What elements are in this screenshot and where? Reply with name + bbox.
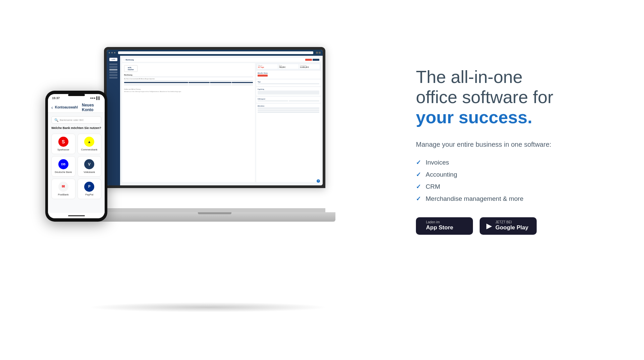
googleplay-button[interactable]: ▶ JETZT BEI Google Play bbox=[480, 217, 537, 235]
phone-device: 15:37 ●●● ▌▌ ‹ Kontoauswahl Neues Konto … bbox=[45, 91, 107, 222]
feature-item-accounting: ✓ Accounting bbox=[416, 171, 610, 178]
tag-row bbox=[258, 83, 319, 84]
app-related-panel: Zugehörig bbox=[256, 87, 321, 96]
sidebar-item-2 bbox=[109, 66, 117, 68]
googleplay-icon: ▶ bbox=[486, 222, 492, 230]
deutsche-bank-logo: DB bbox=[58, 159, 68, 169]
app-activities-panel: Aktivitäten ? bbox=[256, 104, 321, 182]
app-breadcrumb: ← Rechnung bbox=[123, 59, 305, 61]
phone-search-icon: 🔍 bbox=[54, 118, 58, 122]
feature-label-crm: CRM bbox=[426, 183, 440, 190]
phone-bank-item-postbank[interactable]: ✉ PostBank bbox=[51, 179, 75, 199]
app-stats-row: Fällig seit 42 Tage Betrag 730,29 € bbox=[256, 63, 321, 70]
features-list: ✓ Invoices ✓ Accounting ✓ CRM ✓ Merchand… bbox=[416, 159, 610, 203]
laptop-base bbox=[94, 212, 335, 222]
phone-notch bbox=[68, 94, 85, 96]
phone-home-bar bbox=[48, 213, 105, 218]
googleplay-name-label: Google Play bbox=[495, 224, 528, 231]
check-icon-accounting: ✓ bbox=[416, 171, 421, 178]
feature-label-accounting: Accounting bbox=[426, 171, 457, 178]
appstore-text: Laden im App Store bbox=[426, 221, 453, 231]
invoice-title: Rechnung bbox=[124, 74, 253, 76]
subtitle: Manage your entire business in one softw… bbox=[416, 139, 610, 149]
status-panel-title: Aktueller Status bbox=[258, 72, 319, 74]
app-status-panel: Aktueller Status bbox=[256, 71, 321, 79]
phone-bank-item-paypal[interactable]: P PayPal bbox=[77, 179, 102, 199]
googleplay-pre-label: JETZT BEI bbox=[495, 221, 528, 224]
phone-question: Welche Bank möchten Sie nutzen? bbox=[51, 126, 101, 130]
app-body: orgaMAX ← bbox=[107, 56, 323, 185]
invoice-company-logo: achtmacher bbox=[124, 65, 138, 72]
app-ui: orgaMAX ← bbox=[107, 50, 323, 185]
sidebar-item-3 bbox=[109, 72, 117, 73]
sparkasse-name: Sparkasse bbox=[57, 148, 69, 151]
app-topbar bbox=[107, 50, 323, 56]
phone-back-label: Kontoauswahl bbox=[55, 105, 78, 109]
laptop-screen-outer: orgaMAX ← bbox=[104, 47, 325, 188]
headline-line1: The all-in-one bbox=[416, 67, 610, 87]
sidebar-item-1 bbox=[109, 63, 117, 65]
phone-content: 🔍 Bankname oder BIC Welche Bank möchten … bbox=[48, 113, 105, 213]
app-invoice-area: achtmacher Rechnung An Herrn Commerzbank… bbox=[122, 63, 321, 182]
devices-area: orgaMAX ← bbox=[0, 20, 302, 339]
status-badge bbox=[258, 75, 268, 77]
laptop-screen-inner: orgaMAX ← bbox=[107, 50, 323, 185]
phone-bank-item-deutsche-bank[interactable]: DB Deutsche Bank bbox=[51, 156, 75, 177]
volksbank-logo: V bbox=[84, 159, 94, 169]
check-icon-invoices: ✓ bbox=[416, 159, 421, 166]
feature-item-merchandise: ✓ Merchandise management & more bbox=[416, 195, 610, 203]
app-url-bar bbox=[118, 51, 313, 54]
text-content: The all-in-one office software for your … bbox=[416, 67, 610, 235]
sidebar-item-4 bbox=[109, 74, 117, 76]
googleplay-text: JETZT BEI Google Play bbox=[495, 221, 528, 231]
phone-bank-item-volksbank[interactable]: V Volksbank bbox=[77, 156, 102, 177]
related-panel-title: Zugehörig bbox=[258, 88, 319, 90]
deutsche-bank-name: Deutsche Bank bbox=[55, 171, 72, 174]
appstore-name-label: App Store bbox=[426, 224, 453, 231]
check-icon-merchandise: ✓ bbox=[416, 195, 421, 203]
sparkasse-logo: S bbox=[58, 137, 68, 147]
commerzbank-logo: ▲ bbox=[84, 137, 94, 147]
phone-home-indicator bbox=[68, 215, 85, 216]
phone-search-placeholder: Bankname oder BIC bbox=[60, 119, 84, 122]
phone-signal: ●●● ▌▌ bbox=[90, 96, 101, 100]
phone-new-account-title: Neues Konto bbox=[82, 103, 101, 112]
commerzbank-name: Commerzbank bbox=[81, 148, 98, 151]
app-logo: orgaMAX bbox=[109, 58, 117, 61]
app-tags-panel: Tags bbox=[256, 80, 321, 86]
appstore-pre-label: Laden im bbox=[426, 221, 453, 224]
volksbank-name: Volksbank bbox=[84, 171, 95, 174]
feature-label-invoices: Invoices bbox=[426, 159, 449, 166]
laptop-shadow bbox=[87, 302, 329, 312]
paypal-name: PayPal bbox=[85, 193, 93, 196]
phone-search-bar[interactable]: 🔍 Bankname oder BIC bbox=[51, 116, 101, 124]
phone-bank-item-commerzbank[interactable]: ▲ Commerzbank bbox=[77, 134, 102, 154]
phone-topbar: ‹ Kontoauswahl Neues Konto bbox=[48, 102, 105, 113]
app-invoice-sidebar: Fällig seit 42 Tage Betrag 730,29 € bbox=[256, 63, 321, 182]
laptop-bottom-bar bbox=[104, 208, 325, 212]
feature-item-crm: ✓ CRM bbox=[416, 183, 610, 190]
invoice-legal: Wir bitten um Ihre Zahlung fristgerecht … bbox=[124, 91, 253, 92]
phone-bank-grid: S Sparkasse ▲ Commerzbank DB Deutsche Ba… bbox=[51, 134, 101, 199]
postbank-name: PostBank bbox=[58, 193, 69, 196]
app-content-header: ← Rechnung bbox=[122, 58, 321, 62]
check-icon-crm: ✓ bbox=[416, 183, 421, 190]
payment-panel-title: Zahlungsart bbox=[258, 98, 319, 100]
laptop-device: orgaMAX ← bbox=[94, 47, 335, 222]
phone-back-button[interactable]: ‹ bbox=[51, 105, 53, 110]
tags-panel-title: Tags bbox=[258, 81, 319, 83]
app-action-btn-red[interactable] bbox=[305, 59, 312, 61]
invoice-table bbox=[124, 82, 253, 86]
activities-panel-title: Aktivitäten bbox=[258, 105, 319, 107]
feature-label-merchandise: Merchandise management & more bbox=[426, 195, 523, 203]
appstore-button[interactable]: Laden im App Store bbox=[416, 217, 473, 235]
store-buttons: Laden im App Store ▶ JETZT BEI Google Pl… bbox=[416, 217, 610, 235]
phone-screen: 15:37 ●●● ▌▌ ‹ Kontoauswahl Neues Konto … bbox=[48, 94, 105, 218]
app-invoice-main: achtmacher Rechnung An Herrn Commerzbank… bbox=[122, 63, 255, 182]
phone-bank-item-sparkasse[interactable]: S Sparkasse bbox=[51, 134, 75, 154]
paypal-logo: P bbox=[84, 182, 94, 192]
app-main-content: ← Rechnung achtmacher bbox=[120, 56, 323, 185]
app-sidebar: orgaMAX bbox=[107, 56, 120, 185]
headline-line3: your success. bbox=[416, 107, 610, 128]
app-action-btn-blue[interactable] bbox=[313, 59, 319, 61]
